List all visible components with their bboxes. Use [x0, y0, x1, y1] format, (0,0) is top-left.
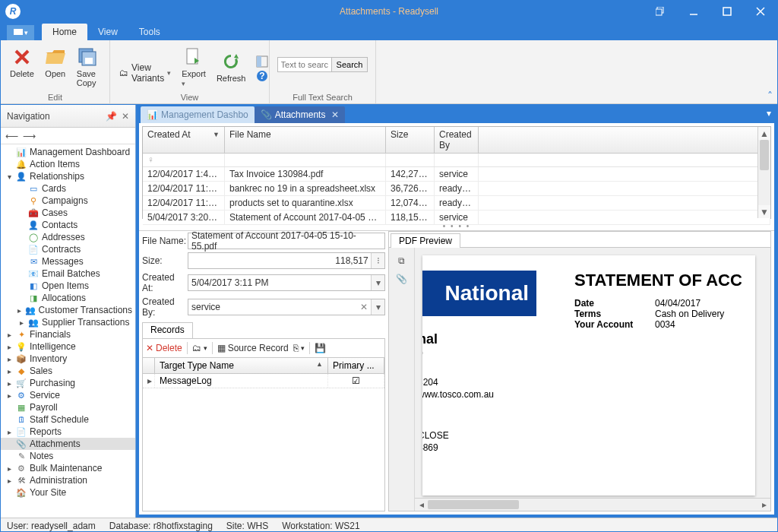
- pdf-attachments-icon[interactable]: 📎: [396, 274, 407, 284]
- field-file-name[interactable]: Statement of Account 2017-04-05 15-10-55…: [188, 233, 385, 249]
- nav-fwd-icon[interactable]: ⟶: [23, 131, 36, 141]
- search-input[interactable]: [277, 57, 332, 72]
- nav-item-supplier-transactions[interactable]: ▸👥Supplier Transactions: [1, 316, 135, 328]
- copy-icon: ⎘: [293, 343, 299, 353]
- nav-back-icon[interactable]: ⟵: [5, 131, 18, 141]
- nav-item-attachments[interactable]: 📎Attachments: [1, 438, 135, 450]
- layout-icon-button[interactable]: [253, 55, 271, 68]
- table-row[interactable]: 12/04/2017 11:12 AMproducts set to quara…: [143, 196, 770, 211]
- grid-vscrollbar[interactable]: ▲ ▼: [757, 127, 770, 218]
- pdf-pages-icon[interactable]: ⧉: [398, 255, 405, 266]
- chevron-down-icon[interactable]: ▾: [371, 275, 384, 290]
- nav-item-staff-schedule[interactable]: 🗓Staff Schedule: [1, 413, 135, 426]
- col-created-by[interactable]: Created By: [435, 127, 479, 153]
- col-file-name[interactable]: File Name: [225, 127, 386, 153]
- nav-item-action-items[interactable]: 🔔Action Items: [1, 158, 135, 170]
- chevron-down-icon[interactable]: ▾: [371, 299, 384, 315]
- nav-item-inventory[interactable]: ▸📦Inventory: [1, 353, 135, 365]
- field-created-at[interactable]: 5/04/2017 3:11 PM▾: [188, 274, 385, 291]
- scroll-left-icon[interactable]: ◂: [415, 499, 428, 510]
- primary-checkbox[interactable]: ☑: [328, 374, 384, 388]
- nav-item-campaigns[interactable]: ⚲Campaigns: [1, 195, 135, 207]
- nav-item-reports[interactable]: ▸📄Reports: [1, 426, 135, 438]
- table-row[interactable]: 5/04/2017 3:20 PMStatement of Account 20…: [143, 211, 770, 225]
- search-button[interactable]: Search: [332, 57, 368, 72]
- field-created-by[interactable]: service✕▾: [188, 299, 385, 315]
- open-button[interactable]: Open: [42, 45, 69, 80]
- nav-item-open-items[interactable]: ◧Open Items: [1, 280, 135, 292]
- nav-item-contracts[interactable]: 📄Contracts: [1, 243, 135, 255]
- nav-item-cards[interactable]: ▭Cards: [1, 182, 135, 195]
- tab-menu-icon[interactable]: ▾: [767, 108, 771, 119]
- file-menu[interactable]: ▾: [7, 25, 34, 40]
- nav-item-relationships[interactable]: ▾👤Relationships: [1, 170, 135, 182]
- tab-view[interactable]: View: [87, 24, 128, 40]
- records-view-button[interactable]: 🗂▾: [192, 343, 207, 353]
- grid-filter-row[interactable]: ♀: [143, 154, 770, 167]
- collapse-ribbon-icon[interactable]: ˄: [767, 90, 773, 102]
- nav-item-financials[interactable]: ▸✦Financials: [1, 328, 135, 340]
- nav-item-allocations[interactable]: ◨Allocations: [1, 292, 135, 304]
- view-variants-button[interactable]: 🗂 View Variants ▾: [116, 62, 174, 84]
- field-size[interactable]: 118,517 kB⁝: [188, 252, 385, 269]
- nav-item-administration[interactable]: ▸🛠Administration: [1, 474, 135, 486]
- nav-item-contacts[interactable]: 👤Contacts: [1, 219, 135, 231]
- records-row[interactable]: ▸ MessageLog ☑: [143, 374, 384, 388]
- tab-home[interactable]: Home: [42, 24, 87, 40]
- nav-item-email-batches[interactable]: 📧Email Batches: [1, 268, 135, 280]
- pdf-viewer[interactable]: National STATEMENT OF ACC Date Terms You…: [415, 248, 770, 511]
- clear-icon[interactable]: ✕: [357, 299, 371, 315]
- svg-rect-1: [656, 9, 662, 15]
- nav-item-payroll[interactable]: ▦Payroll: [1, 401, 135, 413]
- minimize-button[interactable]: [677, 1, 710, 22]
- nav-item-cases[interactable]: 🧰Cases: [1, 207, 135, 219]
- nav-item-notes[interactable]: ✎Notes: [1, 450, 135, 462]
- save-copy-button[interactable]: Save Copy: [74, 45, 103, 89]
- document-body: Created At▼ File Name Size Created By ♀ …: [139, 123, 774, 515]
- nav-item-addresses[interactable]: ◯Addresses: [1, 231, 135, 243]
- nav-item-customer-transactions[interactable]: ▸👥Customer Transactions: [1, 304, 135, 316]
- nav-item-messages[interactable]: ✉Messages: [1, 255, 135, 268]
- navigation-tree[interactable]: 📊Management Dashboard🔔Action Items▾👤Rela…: [1, 144, 135, 518]
- nav-item-purchasing[interactable]: ▸🛒Purchasing: [1, 377, 135, 389]
- col-target-type[interactable]: Target Type Name ▲: [155, 358, 328, 373]
- restore-down-icon[interactable]: [644, 1, 677, 22]
- export-button[interactable]: Export ▾: [179, 45, 209, 89]
- delete-button[interactable]: Delete: [7, 45, 37, 80]
- table-row[interactable]: 12/04/2017 1:42 PMTax Invoice 130984.pdf…: [143, 167, 770, 182]
- statusbar: User: readysell_adam Database: r8hotfixs…: [1, 518, 777, 532]
- pdf-hscrollbar[interactable]: ◂ ▸: [415, 498, 770, 511]
- group-label-search: Full Text Search: [276, 93, 369, 103]
- source-record-button[interactable]: ▦Source Record: [217, 343, 289, 353]
- help-icon-button[interactable]: ?: [253, 69, 271, 83]
- tab-tools[interactable]: Tools: [128, 24, 171, 40]
- nav-item-your-site[interactable]: 🏠Your Site: [1, 486, 135, 499]
- nav-item-bulk-maintenance[interactable]: ▸⚙Bulk Maintenance: [1, 462, 135, 474]
- pin-icon[interactable]: 📌: [106, 111, 117, 122]
- refresh-button[interactable]: Refresh: [213, 49, 249, 84]
- records-delete-button[interactable]: ✕Delete: [146, 343, 182, 353]
- records-toolbar: ✕Delete 🗂▾ ▦Source Record ⎘▾ 💾: [142, 339, 385, 358]
- col-primary[interactable]: Primary ...: [328, 358, 384, 373]
- tab-attachments[interactable]: 📎 Attachments ✕: [255, 106, 346, 123]
- scroll-up-icon[interactable]: ▲: [758, 127, 770, 140]
- close-nav-icon[interactable]: ✕: [122, 111, 129, 122]
- nav-item-sales[interactable]: ▸◆Sales: [1, 365, 135, 377]
- table-row[interactable]: 12/04/2017 11:13 AMbankrec no 19 in a sp…: [143, 182, 770, 196]
- col-size[interactable]: Size: [386, 127, 435, 153]
- spinner-icon[interactable]: ⁝: [371, 253, 384, 268]
- records-tab[interactable]: Records: [142, 322, 193, 338]
- nav-item-service[interactable]: ▸⚙Service: [1, 389, 135, 401]
- nav-item-intelligence[interactable]: ▸💡Intelligence: [1, 340, 135, 353]
- close-button[interactable]: [744, 1, 777, 22]
- tab-management-dashboard[interactable]: 📊 Management Dashbo: [141, 106, 255, 123]
- pdf-preview-tab[interactable]: PDF Preview: [391, 233, 460, 248]
- maximize-button[interactable]: [710, 1, 744, 22]
- scroll-down-icon[interactable]: ▼: [758, 205, 770, 218]
- scroll-right-icon[interactable]: ▸: [757, 499, 770, 510]
- nav-item-management-dashboard[interactable]: 📊Management Dashboard: [1, 146, 135, 158]
- col-created-at[interactable]: Created At▼: [143, 127, 225, 153]
- records-copy-button[interactable]: ⎘▾: [293, 343, 305, 353]
- close-tab-icon[interactable]: ✕: [331, 109, 339, 120]
- records-save-button[interactable]: 💾: [315, 343, 326, 353]
